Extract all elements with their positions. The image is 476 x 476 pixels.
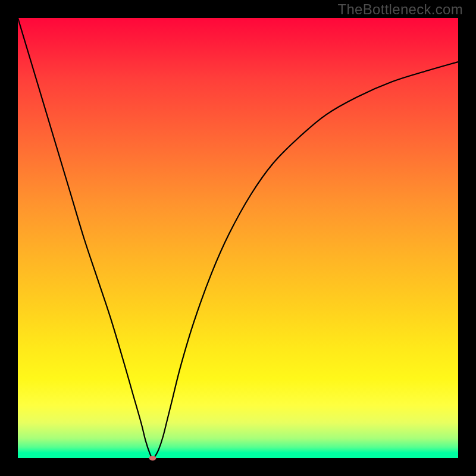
curve-svg [18,18,458,458]
watermark-text: TheBottleneck.com [337,1,463,18]
plot-area [18,18,458,458]
chart-frame: TheBottleneck.com [0,0,476,476]
minimum-marker [149,456,156,461]
bottleneck-curve [18,18,458,458]
